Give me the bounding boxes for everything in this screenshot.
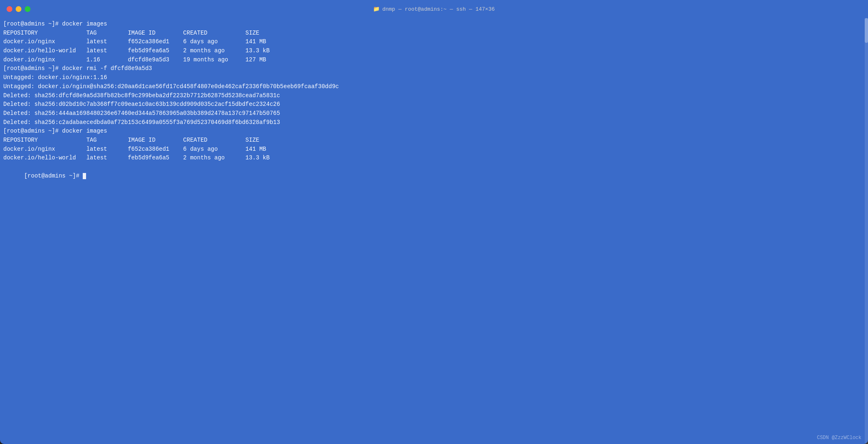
line-7: Untagged: docker.io/nginx:1.16	[3, 73, 865, 82]
line-9: Deleted: sha256:dfcfd8e9a5d38fb82bc8f9c2…	[3, 91, 865, 100]
maximize-button[interactable]	[25, 6, 30, 12]
line-11: Deleted: sha256:444aa1698480236e67460ed3…	[3, 109, 865, 118]
window-title: 📁 dnmp — root@admins:~ — ssh — 147×36	[373, 6, 495, 12]
line-14: REPOSITORY TAG IMAGE ID CREATED SIZE	[3, 136, 865, 145]
line-5: docker.io/nginx 1.16 dfcfd8e9a5d3 19 mon…	[3, 56, 865, 65]
line-3: docker.io/nginx latest f652ca386ed1 6 da…	[3, 37, 865, 47]
line-10: Deleted: sha256:d02bd10c7ab368ff7c09eae1…	[3, 100, 865, 109]
terminal-window: 📁 dnmp — root@admins:~ — ssh — 147×36 [r…	[0, 0, 868, 444]
watermark: CSDN @ZzzWClock	[817, 435, 861, 441]
line-6: [root@admins ~]# docker rmi -f dfcfd8e9a…	[3, 64, 865, 73]
line-12: Deleted: sha256:c2adabaecedbda0af72b153c…	[3, 118, 865, 127]
titlebar: 📁 dnmp — root@admins:~ — ssh — 147×36	[0, 0, 868, 18]
line-15: docker.io/nginx latest f652ca386ed1 6 da…	[3, 145, 865, 154]
line-4: docker.io/hello-world latest feb5d9fea6a…	[3, 47, 865, 56]
terminal-body[interactable]: [root@admins ~]# docker images REPOSITOR…	[0, 18, 868, 444]
prompt-text: [root@admins ~]#	[24, 173, 83, 179]
folder-icon: 📁	[373, 6, 380, 12]
title-text: dnmp — root@admins:~ — ssh — 147×36	[382, 6, 495, 12]
close-button[interactable]	[7, 6, 12, 12]
line-13: [root@admins ~]# docker images	[3, 127, 865, 136]
minimize-button[interactable]	[16, 6, 21, 12]
scrollbar[interactable]	[865, 18, 868, 444]
line-1: [root@admins ~]# docker images	[3, 20, 865, 29]
cursor	[83, 173, 86, 179]
line-17: [root@admins ~]#	[3, 163, 865, 189]
traffic-lights	[7, 6, 30, 12]
line-8: Untagged: docker.io/nginx@sha256:d20aa6d…	[3, 82, 865, 91]
line-2: REPOSITORY TAG IMAGE ID CREATED SIZE	[3, 29, 865, 38]
scrollbar-thumb[interactable]	[865, 18, 868, 43]
line-16: docker.io/hello-world latest feb5d9fea6a…	[3, 154, 865, 163]
